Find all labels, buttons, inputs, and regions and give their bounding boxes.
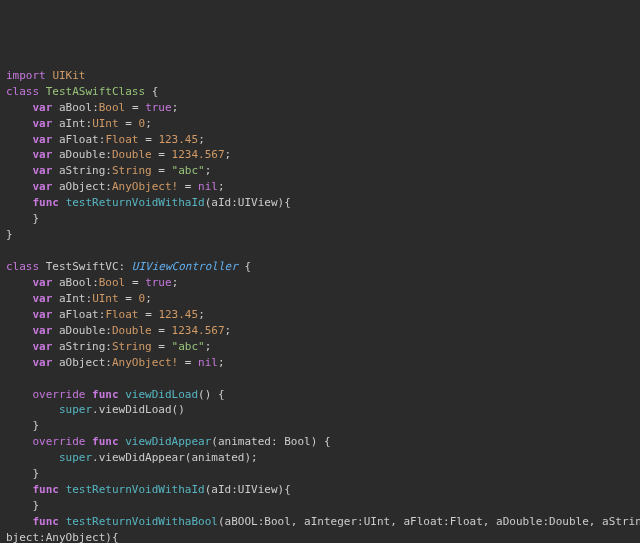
superclass-name: UIViewController <box>132 260 238 273</box>
class-name: TestSwiftVC <box>46 260 119 273</box>
method-name: viewDidAppear <box>125 435 211 448</box>
import-module: UIKit <box>52 69 85 82</box>
class-keyword: class <box>6 85 39 98</box>
method-name: viewDidLoad <box>125 388 198 401</box>
method-name: testReturnVoidWithaId <box>66 196 205 209</box>
method-name: testReturnVoidWithaId <box>66 483 205 496</box>
method-name: testReturnVoidWithaBool <box>66 515 218 528</box>
import-keyword: import <box>6 69 46 82</box>
class-name: TestASwiftClass <box>46 85 145 98</box>
code-block: import UIKit class TestASwiftClass { var… <box>6 68 634 543</box>
